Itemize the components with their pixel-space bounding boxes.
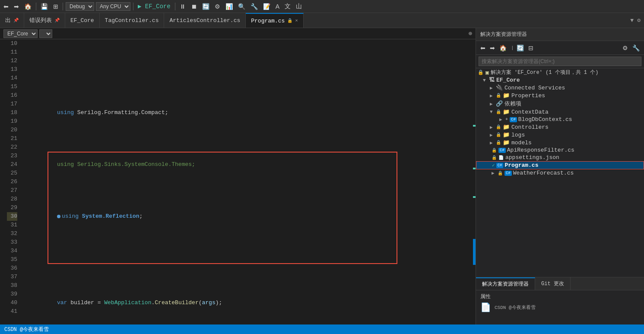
toolbar-icon2[interactable]: ⏹ <box>189 2 199 11</box>
toolbar-icon10[interactable]: 文 <box>283 2 292 11</box>
forward-btn[interactable]: ➡ <box>488 44 497 52</box>
tab-tag-controller-label: TagController.cs <box>105 17 159 24</box>
main-layout: EF_Core ⊕ 10 11 12 13 14 15 16 17 18 19 … <box>0 28 644 324</box>
save-all-btn[interactable]: ⊞ <box>51 2 60 11</box>
solution-icon: ▣ <box>485 69 489 76</box>
debug-config-select[interactable]: Debug <box>66 2 94 11</box>
sync-btn[interactable]: ⬅ <box>479 44 487 52</box>
weather-forecast-label: WeatherForecast.cs <box>513 170 574 176</box>
tab-gear-icon[interactable]: ⚙ <box>637 17 641 24</box>
scrollbar[interactable] <box>470 39 476 324</box>
program-cs-label: Program.cs <box>504 162 538 169</box>
search-area <box>476 55 644 68</box>
scroll-mark-1 <box>473 125 476 127</box>
tab-error-list[interactable]: 错误列表 📌 <box>24 13 65 28</box>
tab-git-changes-label: Git 更改 <box>541 280 564 287</box>
tab-solution-explorer[interactable]: 解决方案资源管理器 <box>476 277 535 290</box>
refresh-btn[interactable]: 🔄 <box>515 44 526 52</box>
solution-explorer-title: 解决方案资源管理器 <box>480 31 527 38</box>
tab-output[interactable]: 出 📌 <box>0 13 24 28</box>
models-icon: 📁 <box>503 139 510 146</box>
tab-down-arrow[interactable]: ▼ <box>630 17 634 24</box>
cpu-select[interactable]: Any CPU <box>96 2 130 11</box>
sep1 <box>36 3 36 10</box>
filter-btn[interactable]: 🔧 <box>631 44 641 52</box>
code-line-12: using System.Reflection; <box>23 204 470 229</box>
properties-label: Properties <box>511 92 545 99</box>
home-panel-btn[interactable]: 🏠 <box>498 44 508 52</box>
tree-models[interactable]: ▶ 🔒 📁 models <box>476 139 644 146</box>
properties-icon: 📁 <box>503 92 510 99</box>
toolbar-icon5[interactable]: 📊 <box>224 2 235 11</box>
home-btn[interactable]: 🏠 <box>22 2 33 11</box>
solution-root[interactable]: 🔒 ▣ 解决方案 'EF_Core' (1 个项目，共 1 个) <box>476 68 644 76</box>
controllers-arrow: ▶ <box>490 124 496 130</box>
symbol-select[interactable] <box>39 29 52 38</box>
save-btn[interactable]: 💾 <box>39 2 50 11</box>
context-data-arrow: ▼ <box>490 109 496 115</box>
tree-controllers[interactable]: ▶ 🔒 📁 Controllers <box>476 123 644 131</box>
properties-icon: 📄 <box>480 302 491 313</box>
toolbar-icon1[interactable]: ⏸ <box>178 2 187 11</box>
csharp-badge-program: C# <box>496 163 504 168</box>
tab-output-pin: 📌 <box>13 18 19 23</box>
toolbar-icon4[interactable]: ⚙ <box>213 2 222 11</box>
fwd-btn[interactable]: ➡ <box>12 2 21 11</box>
properties-content: 📄 CSDN @今夜来看雪 <box>480 302 640 313</box>
tree-weather-forecast[interactable]: ▶ 🔒 C# WeatherForecast.cs <box>476 169 644 177</box>
tree-appsettings[interactable]: 🔒 📄 appsettings.json <box>476 154 644 161</box>
tree-dependencies[interactable]: ▶ 🔗 依赖项 <box>476 99 644 108</box>
controllers-icon: 📁 <box>503 124 510 130</box>
tree-ef-core[interactable]: ▼ 🏗 EF_Core <box>476 76 644 84</box>
sep2 <box>63 3 63 10</box>
tree-properties[interactable]: ▶ 🔒 📁 Properties <box>476 92 644 99</box>
csharp-badge-blog: C# <box>510 117 517 122</box>
breadcrumb-right-icon[interactable]: ⊕ <box>469 30 472 37</box>
connected-services-icon: 🔌 <box>496 84 503 91</box>
tab-git-changes[interactable]: Git 更改 <box>535 277 571 290</box>
code-content[interactable]: 10 11 12 13 14 15 16 17 18 19 20 21 22 2… <box>0 39 476 324</box>
run-button[interactable]: ▶ EF_Core <box>136 3 172 10</box>
csharp-badge-weather: C# <box>504 171 512 176</box>
lock-logs-icon: 🔒 <box>496 132 501 137</box>
tree-blog-db-context[interactable]: ▶ + C# BlogDbContext.cs <box>476 116 644 123</box>
collapse-btn[interactable]: ⊟ <box>527 44 535 52</box>
solution-search-input[interactable] <box>479 57 641 66</box>
tab-program-cs-pin: 🔒 <box>287 18 292 23</box>
breadcrumb-bar: EF_Core ⊕ <box>0 28 476 39</box>
toolbar-icon6[interactable]: 🔍 <box>236 2 247 11</box>
tab-articles-controller[interactable]: ArticlesController.cs <box>164 13 246 28</box>
dependencies-label: 依赖项 <box>504 100 521 108</box>
back-btn[interactable]: ⬅ <box>2 2 10 11</box>
solution-explorer-header: 解决方案资源管理器 <box>476 28 644 41</box>
context-data-icon: 📁 <box>503 108 510 115</box>
dependencies-arrow: ▶ <box>490 101 496 107</box>
tree-program-cs[interactable]: ✓ C# Program.cs <box>476 161 644 169</box>
ef-core-label: EF_Core <box>496 77 520 83</box>
status-left: CSDN @今夜来看雪 <box>4 326 49 333</box>
tab-tag-controller[interactable]: TagController.cs <box>100 13 165 28</box>
ef-core-arrow: ▼ <box>483 78 489 83</box>
logs-label: logs <box>511 132 525 138</box>
tab-program-cs[interactable]: Program.cs 🔒 × <box>246 13 304 28</box>
tree-context-data[interactable]: ▼ 🔒 📁 ContextData <box>476 108 644 116</box>
tree-logs[interactable]: ▶ 🔒 📁 logs <box>476 131 644 139</box>
code-editor[interactable]: using Serilog.Formatting.Compact; using … <box>22 39 470 324</box>
tab-error-list-pin: 📌 <box>54 18 60 23</box>
tab-program-cs-label: Program.cs <box>251 18 285 24</box>
toolbar-icon11[interactable]: 山 <box>294 2 304 11</box>
tab-ef-core[interactable]: EF_Core <box>65 13 100 28</box>
prop-btn[interactable]: ⚙ <box>621 44 630 52</box>
toolbar-icon3[interactable]: 🔄 <box>200 2 211 11</box>
lock-small-icon: 🔒 <box>496 93 501 98</box>
toolbar-icon9[interactable]: A <box>274 2 281 11</box>
tree-connected-services[interactable]: ▶ 🔌 Connected Services <box>476 84 644 92</box>
tab-program-cs-close[interactable]: × <box>295 18 298 23</box>
csharp-badge-api: C# <box>498 148 506 153</box>
tree-api-response-filter[interactable]: 🔒 C# ApiResponseFilter.cs <box>476 146 644 154</box>
toolbar-icon8[interactable]: 📝 <box>261 2 272 11</box>
weather-arrow: ▶ <box>492 170 498 176</box>
toolbar-icon7[interactable]: 🔧 <box>249 2 260 11</box>
namespace-select[interactable]: EF_Core <box>3 29 38 38</box>
tab-bar: 出 📌 错误列表 📌 EF_Core TagController.cs Arti… <box>0 13 644 28</box>
